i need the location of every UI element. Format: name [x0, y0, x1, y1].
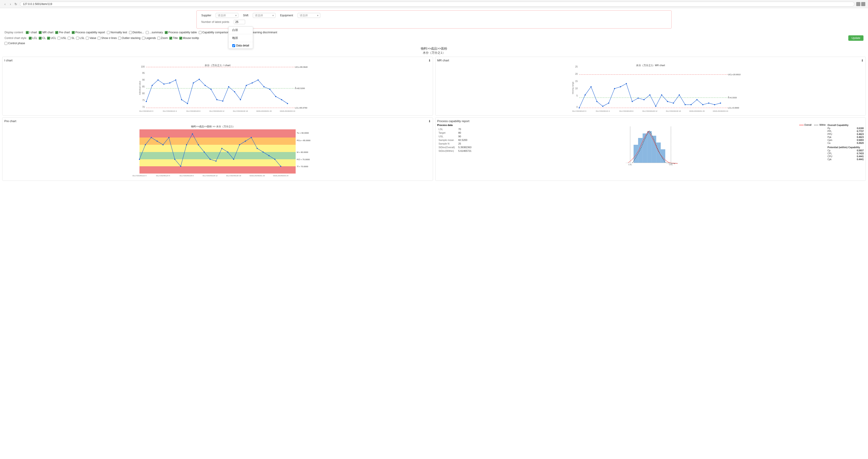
ctrl-outlier[interactable]: Outlier stacking — [118, 36, 141, 40]
svg-text:LCL=0.0000: LCL=0.0000 — [728, 107, 739, 109]
cap-compare-check[interactable] — [199, 31, 202, 34]
ctrl-title[interactable]: Title — [169, 36, 178, 40]
cap-table-label: Process capability table — [168, 31, 197, 34]
svg-point-43 — [620, 86, 621, 87]
svg-point-74 — [139, 159, 140, 160]
summary-check[interactable] — [146, 31, 149, 34]
svg-text:水分（万分之1）I chart: 水分（万分之1）I chart — [205, 64, 230, 66]
ctrl-control-phase[interactable]: Control phase — [4, 42, 25, 45]
stdev-overall-label: StDev(Overall) — [437, 145, 457, 149]
ctrl-lcl[interactable]: LCL — [29, 36, 37, 40]
num-points-label: Number of latest points — [201, 20, 229, 24]
svg-point-75 — [145, 144, 146, 145]
svg-point-54 — [684, 104, 686, 105]
ctrl-value[interactable]: Value — [86, 36, 96, 40]
ctrl-show-lines[interactable]: Show σ lines — [98, 36, 117, 40]
ctrl-legends[interactable]: Legends — [142, 36, 156, 40]
svg-point-81 — [180, 166, 181, 167]
svg-text:DLLY20240122 0: DLLY20240122 0 — [572, 110, 586, 112]
ctrl-zoom[interactable]: Zoom — [157, 36, 168, 40]
display-pre-chart[interactable]: Pre chart — [55, 31, 70, 34]
svg-text:X̄=6.3333: X̄=6.3333 — [728, 96, 737, 99]
mr-chart-download[interactable]: ⬇ — [861, 59, 864, 62]
stdev-overall-val: 5.39382363 — [457, 145, 473, 149]
dropdown-data-detail[interactable]: Data detail — [228, 42, 253, 49]
i-chart-title: I chart — [4, 59, 431, 62]
svg-point-57 — [702, 104, 703, 105]
display-cap-table[interactable]: Process capability table — [165, 31, 197, 34]
svg-text:70: 70 — [142, 106, 145, 108]
star-icon[interactable] — [856, 2, 860, 6]
equipment-select[interactable]: 请选择 — [298, 13, 320, 18]
normality-check[interactable] — [107, 31, 110, 34]
back-button[interactable]: ‹ — [3, 2, 7, 6]
data-detail-checkbox[interactable] — [232, 44, 235, 47]
svg-text:5: 5 — [576, 94, 578, 97]
svg-point-83 — [192, 134, 193, 135]
dropdown-item-baiban[interactable]: 白班 — [228, 27, 253, 33]
pp-val: 0.6180 — [857, 127, 864, 130]
reload-button[interactable]: ↻ — [13, 2, 18, 6]
svg-text:Tl = 70.0000: Tl = 70.0000 — [297, 165, 308, 168]
svg-text:90: 90 — [142, 79, 145, 81]
svg-text:20: 20 — [575, 73, 578, 75]
svg-point-55 — [690, 104, 691, 105]
shift-select[interactable]: 请选择 — [253, 13, 275, 18]
svg-text:GDZL20240201 20: GDZL20240201 20 — [689, 110, 705, 112]
update-button[interactable]: Update — [848, 35, 864, 41]
ext-icon[interactable] — [861, 2, 865, 6]
band-yellow — [140, 145, 296, 152]
dropdown-item-wanban[interactable]: 晚班 — [228, 35, 253, 41]
url-input[interactable] — [20, 2, 855, 6]
stdev-within-val: 5.61465721 — [457, 149, 473, 153]
browser-icons — [856, 2, 865, 6]
sample-n-label: Sample N — [437, 142, 457, 145]
process-cap-check[interactable] — [72, 31, 75, 34]
data-point — [146, 101, 147, 102]
distribution-label: Distribu... — [133, 31, 144, 34]
ctrl-tooltip[interactable]: Mouse tooltip — [179, 36, 199, 40]
display-mr-chart[interactable]: MR chart — [39, 31, 54, 34]
sample-mean-val: 82.5200 — [457, 138, 473, 142]
svg-text:Tu = 90.0000: Tu = 90.0000 — [297, 132, 309, 134]
pre-chart-download[interactable]: ⬇ — [428, 119, 431, 123]
band-green — [140, 152, 296, 159]
mr-chart-check[interactable] — [39, 31, 42, 34]
ctrl-cl[interactable]: CL — [39, 36, 46, 40]
ca-key: Ca — [828, 142, 830, 144]
data-point — [246, 85, 247, 86]
svg-text:Individual value: Individual value — [139, 81, 141, 95]
display-summary[interactable]: ...summary — [146, 31, 163, 34]
display-normality[interactable]: Normality test — [107, 31, 127, 34]
cpu-val: 0.4441 — [857, 155, 864, 158]
cpk-val: 0.4441 — [857, 158, 864, 161]
ctrl-ucl[interactable]: UCL — [47, 36, 56, 40]
cap-table-check[interactable] — [165, 31, 168, 34]
svg-text:25: 25 — [575, 65, 578, 68]
display-distribution[interactable]: Distribu... — [129, 31, 144, 34]
svg-text:PCu = 85.0000: PCu = 85.0000 — [297, 139, 310, 142]
svg-point-98 — [280, 166, 281, 167]
ctrl-usl[interactable]: USL — [58, 36, 66, 40]
i-chart-download[interactable]: ⬇ — [428, 59, 431, 62]
ctrl-lsl[interactable]: LSL — [76, 36, 85, 40]
num-points-input[interactable] — [234, 20, 245, 24]
display-i-chart[interactable]: I chart — [26, 31, 37, 34]
process-cap-label: Process capability report — [75, 31, 105, 34]
svg-text:GDZL20240201 20: GDZL20240201 20 — [256, 110, 272, 112]
capability-values: Overall Capability Pp 0.6180 PPL 0.7737 … — [828, 124, 864, 162]
band-yellow2 — [140, 159, 296, 166]
svg-point-53 — [679, 94, 680, 95]
svg-point-78 — [162, 144, 164, 145]
ctrl-sl[interactable]: SL — [68, 36, 75, 40]
svg-point-84 — [198, 144, 199, 145]
forward-button[interactable]: › — [8, 2, 13, 6]
distribution-check[interactable] — [129, 31, 132, 34]
pre-chart-check[interactable] — [55, 31, 58, 34]
i-chart-check[interactable] — [26, 31, 29, 34]
svg-point-46 — [638, 98, 639, 99]
display-process-cap[interactable]: Process capability report — [72, 31, 105, 34]
chart-sub-title: 水分（万分之1） — [2, 51, 866, 55]
data-point — [169, 83, 170, 84]
supplier-select[interactable]: 请选择 — [216, 13, 238, 18]
